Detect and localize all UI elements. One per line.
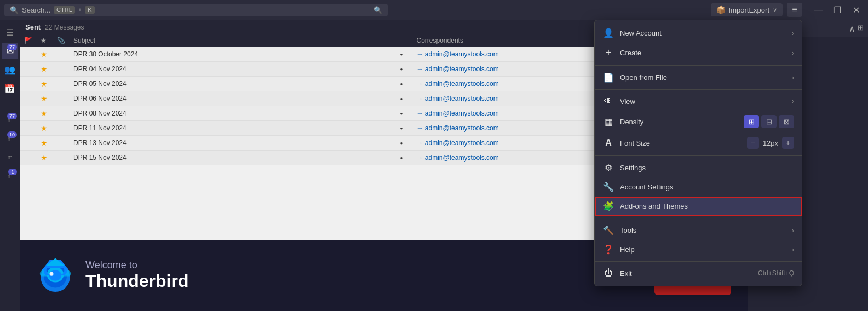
status-dot: ● — [400, 126, 417, 131]
header-star-col[interactable]: ★ — [41, 37, 57, 44]
exit-icon: ⏻ — [602, 268, 614, 278]
thunderbird-logo — [36, 256, 74, 295]
density-controls: ⊞ ⊟ ⊠ — [744, 115, 794, 128]
sidebar-icon-badge-m[interactable]: m — [2, 149, 18, 165]
sidebar-icon-badge-77[interactable]: m 77 — [2, 112, 18, 128]
menu-item-help[interactable]: ❓ Help › — [595, 240, 802, 259]
star-icon: ★ — [41, 139, 57, 147]
status-dot: ● — [400, 141, 417, 146]
density-normal-button[interactable]: ⊟ — [761, 115, 777, 128]
menu-divider-1 — [595, 65, 802, 66]
status-dot: ● — [400, 67, 417, 72]
star-icon: ★ — [41, 153, 57, 162]
sidebar-icon-badge-1[interactable]: m 1 — [2, 168, 18, 184]
close-button[interactable]: ✕ — [848, 3, 864, 17]
email-subject: DPR 15 Nov 2024 — [73, 154, 400, 162]
help-label: Help — [620, 245, 786, 254]
import-export-label: ImportExport — [729, 6, 769, 14]
help-icon: ❓ — [602, 244, 614, 255]
welcome-subtitle: Welcome to — [85, 260, 188, 271]
plus-separator: + — [78, 7, 82, 13]
menu-item-tools[interactable]: 🔨 Tools › — [595, 221, 802, 240]
menu-item-open-from-file[interactable]: 📄 Open from File › — [595, 68, 802, 87]
titlebar-right: 📦 ImportExport ∨ ≡ — ❐ ✕ — [711, 3, 864, 17]
star-icon: ★ — [41, 124, 57, 133]
folder-name: Sent — [25, 23, 41, 31]
help-chevron: › — [792, 246, 794, 254]
status-dot: ● — [400, 82, 417, 87]
create-chevron: › — [792, 49, 794, 57]
sidebar-icon-mail[interactable]: ✉ 77 — [2, 43, 18, 59]
hamburger-menu-button[interactable]: ≡ — [787, 3, 802, 17]
font-size-value: 12px — [762, 139, 779, 147]
sidebar-badge-1: 1 — [8, 169, 17, 175]
menu-divider-5 — [595, 261, 802, 262]
density-relaxed-button[interactable]: ⊠ — [779, 115, 794, 128]
sidebar-icon-badge-10[interactable]: m 10 — [2, 130, 18, 147]
sidebar-icon-menu[interactable]: ☰ — [2, 24, 18, 41]
status-dot: ● — [400, 156, 417, 160]
email-subject: DPR 11 Nov 2024 — [73, 124, 400, 132]
menu-item-exit[interactable]: ⏻ Exit Ctrl+Shift+Q — [595, 264, 802, 283]
menu-item-settings[interactable]: ⚙ Settings — [595, 158, 802, 177]
menu-item-addons-themes[interactable]: 🧩 Add-ons and Themes — [595, 197, 802, 216]
density-label: Density — [620, 118, 738, 126]
account-settings-label: Account Settings — [620, 183, 794, 191]
menu-item-account-settings[interactable]: 🔧 Account Settings — [595, 177, 802, 197]
view-icon: 👁 — [602, 96, 614, 106]
open-file-icon: 📄 — [602, 72, 614, 83]
sidebar-icon-contacts[interactable]: 👥 — [2, 61, 18, 78]
addons-icon: 🧩 — [602, 201, 614, 211]
tools-chevron: › — [792, 227, 794, 234]
sidebar: ☰ ✉ 77 👥 📅 m 77 m 10 m m 1 — [0, 20, 20, 311]
menu-divider-2 — [595, 89, 802, 90]
font-size-controls: − 12px + — [747, 137, 794, 149]
settings-label: Settings — [620, 164, 794, 172]
font-size-increase-button[interactable]: + — [782, 137, 794, 149]
sidebar-badge-77: 77 — [7, 113, 17, 119]
menu-item-view[interactable]: 👁 View › — [595, 92, 802, 111]
search-bar[interactable]: 🔍 Search... CTRL + K 🔍 — [4, 4, 388, 16]
header-flag-col[interactable]: 🚩 — [24, 37, 41, 44]
email-subject: DPR 05 Nov 2024 — [73, 80, 400, 88]
columns-icon[interactable]: ⊞ — [858, 24, 864, 34]
status-dot: ● — [400, 96, 417, 101]
tools-icon: 🔨 — [602, 225, 614, 235]
sidebar-badge-10: 10 — [7, 131, 17, 138]
view-label: View — [620, 97, 786, 106]
welcome-title: Thunderbird — [85, 271, 188, 291]
welcome-text: Welcome to Thunderbird — [85, 260, 188, 291]
sidebar-icon-calendar[interactable]: 📅 — [2, 80, 18, 96]
ctrl-key: CTRL — [54, 6, 75, 14]
import-export-button[interactable]: 📦 ImportExport ∨ — [711, 3, 783, 16]
search-placeholder: Search... — [22, 6, 50, 14]
chevron-up-icon[interactable]: ∧ — [849, 24, 855, 34]
exit-shortcut: Ctrl+Shift+Q — [758, 269, 794, 277]
menu-item-font-size[interactable]: A Font Size − 12px + — [595, 133, 802, 153]
menu-item-create[interactable]: + Create › — [595, 43, 802, 63]
header-attach-col[interactable]: 📎 — [57, 37, 73, 44]
maximize-button[interactable]: ❐ — [830, 3, 845, 17]
email-subject: DPR 06 Nov 2024 — [73, 95, 400, 102]
open-file-label: Open from File — [620, 73, 786, 82]
email-subject: DPR 30 October 2024 — [73, 50, 400, 58]
create-label: Create — [620, 49, 786, 57]
status-dot: ● — [400, 111, 417, 116]
header-subject-col[interactable]: Subject — [73, 37, 400, 44]
hamburger-icon: ≡ — [792, 5, 797, 15]
menu-item-density[interactable]: ▦ Density ⊞ ⊟ ⊠ — [595, 111, 802, 133]
settings-icon: ⚙ — [602, 163, 614, 173]
search-icon: 🔍 — [10, 6, 19, 14]
star-icon: ★ — [41, 109, 57, 118]
view-chevron: › — [792, 97, 794, 105]
new-account-icon: 👤 — [602, 28, 614, 38]
addons-label: Add-ons and Themes — [620, 202, 794, 210]
density-compact-button[interactable]: ⊞ — [744, 115, 759, 128]
window-controls: — ❐ ✕ — [811, 3, 864, 17]
minimize-button[interactable]: — — [811, 3, 826, 17]
import-export-icon: 📦 — [716, 5, 726, 14]
import-export-chevron: ∨ — [773, 7, 777, 14]
font-size-decrease-button[interactable]: − — [747, 137, 759, 149]
menu-item-new-account[interactable]: 👤 New Account › — [595, 24, 802, 43]
k-key: K — [85, 6, 94, 14]
